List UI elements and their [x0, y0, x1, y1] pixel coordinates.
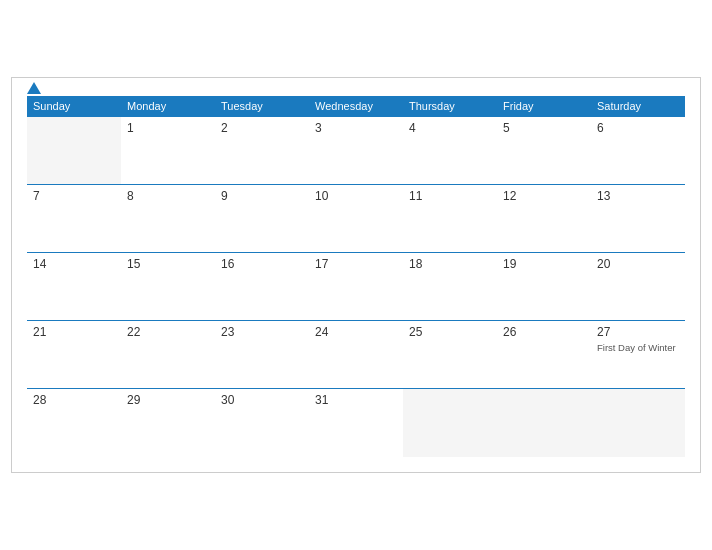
- col-monday: Monday: [121, 96, 215, 117]
- calendar-cell: 29: [121, 389, 215, 457]
- calendar-cell: 18: [403, 253, 497, 321]
- day-number: 4: [409, 121, 491, 135]
- day-number: 24: [315, 325, 397, 339]
- calendar-cell: 7: [27, 185, 121, 253]
- day-number: 5: [503, 121, 585, 135]
- calendar-cell: [591, 389, 685, 457]
- day-number: 29: [127, 393, 209, 407]
- calendar: Sunday Monday Tuesday Wednesday Thursday…: [11, 77, 701, 473]
- weekday-header-row: Sunday Monday Tuesday Wednesday Thursday…: [27, 96, 685, 117]
- day-number: 16: [221, 257, 303, 271]
- col-wednesday: Wednesday: [309, 96, 403, 117]
- calendar-cell: 17: [309, 253, 403, 321]
- calendar-cell: 8: [121, 185, 215, 253]
- calendar-cell: 19: [497, 253, 591, 321]
- calendar-cell: 15: [121, 253, 215, 321]
- day-number: 1: [127, 121, 209, 135]
- calendar-cell: 4: [403, 117, 497, 185]
- day-number: 28: [33, 393, 115, 407]
- calendar-week-row: 21222324252627First Day of Winter: [27, 321, 685, 389]
- day-number: 30: [221, 393, 303, 407]
- col-saturday: Saturday: [591, 96, 685, 117]
- day-number: 17: [315, 257, 397, 271]
- day-number: 2: [221, 121, 303, 135]
- event-label: First Day of Winter: [597, 342, 676, 353]
- calendar-cell: [27, 117, 121, 185]
- calendar-cell: 16: [215, 253, 309, 321]
- day-number: 13: [597, 189, 679, 203]
- day-number: 3: [315, 121, 397, 135]
- day-number: 23: [221, 325, 303, 339]
- calendar-cell: 25: [403, 321, 497, 389]
- col-tuesday: Tuesday: [215, 96, 309, 117]
- day-number: 8: [127, 189, 209, 203]
- calendar-cell: 6: [591, 117, 685, 185]
- day-number: 10: [315, 189, 397, 203]
- day-number: 21: [33, 325, 115, 339]
- day-number: 14: [33, 257, 115, 271]
- calendar-cell: 14: [27, 253, 121, 321]
- day-number: 12: [503, 189, 585, 203]
- logo-blue-text: [27, 82, 43, 94]
- day-number: 18: [409, 257, 491, 271]
- calendar-cell: 2: [215, 117, 309, 185]
- calendar-cell: 20: [591, 253, 685, 321]
- calendar-cell: 23: [215, 321, 309, 389]
- calendar-week-row: 78910111213: [27, 185, 685, 253]
- day-number: 31: [315, 393, 397, 407]
- calendar-cell: [497, 389, 591, 457]
- day-number: 19: [503, 257, 585, 271]
- day-number: 15: [127, 257, 209, 271]
- calendar-cell: 31: [309, 389, 403, 457]
- day-number: 11: [409, 189, 491, 203]
- day-number: 7: [33, 189, 115, 203]
- calendar-cell: 22: [121, 321, 215, 389]
- calendar-cell: 12: [497, 185, 591, 253]
- calendar-table: Sunday Monday Tuesday Wednesday Thursday…: [27, 96, 685, 457]
- calendar-cell: [403, 389, 497, 457]
- logo: [27, 82, 43, 94]
- calendar-cell: 30: [215, 389, 309, 457]
- calendar-cell: 27First Day of Winter: [591, 321, 685, 389]
- calendar-cell: 11: [403, 185, 497, 253]
- calendar-week-row: 28293031: [27, 389, 685, 457]
- calendar-cell: 3: [309, 117, 403, 185]
- day-number: 25: [409, 325, 491, 339]
- calendar-cell: 13: [591, 185, 685, 253]
- logo-triangle-icon: [27, 82, 41, 94]
- calendar-cell: 28: [27, 389, 121, 457]
- day-number: 9: [221, 189, 303, 203]
- calendar-cell: 26: [497, 321, 591, 389]
- day-number: 22: [127, 325, 209, 339]
- calendar-cell: 24: [309, 321, 403, 389]
- day-number: 27: [597, 325, 679, 339]
- col-thursday: Thursday: [403, 96, 497, 117]
- day-number: 26: [503, 325, 585, 339]
- calendar-cell: 10: [309, 185, 403, 253]
- calendar-cell: 1: [121, 117, 215, 185]
- day-number: 6: [597, 121, 679, 135]
- calendar-cell: 5: [497, 117, 591, 185]
- calendar-cell: 21: [27, 321, 121, 389]
- col-sunday: Sunday: [27, 96, 121, 117]
- day-number: 20: [597, 257, 679, 271]
- calendar-week-row: 14151617181920: [27, 253, 685, 321]
- calendar-week-row: 123456: [27, 117, 685, 185]
- col-friday: Friday: [497, 96, 591, 117]
- calendar-cell: 9: [215, 185, 309, 253]
